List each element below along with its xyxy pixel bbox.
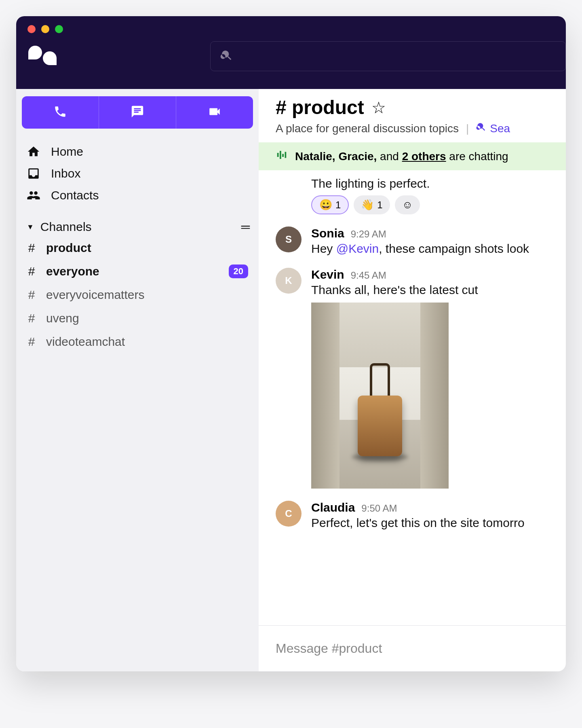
channel-title-row: # product ☆ <box>276 96 566 119</box>
message-time: 9:50 AM <box>361 503 397 514</box>
channel-list: #product#everyone20#everyvoicematters#uv… <box>22 236 253 353</box>
home-icon <box>27 145 40 159</box>
avatar[interactable]: K <box>276 268 302 294</box>
drag-handle-icon[interactable]: ═ <box>241 220 248 234</box>
message-text: The lighting is perfect. <box>311 177 566 190</box>
phone-icon <box>53 105 67 120</box>
mention[interactable]: @Kevin <box>336 242 379 255</box>
reaction-emoji-icon: 👋 <box>361 199 374 211</box>
inbox-icon <box>27 167 40 180</box>
message-time: 9:45 AM <box>351 270 386 281</box>
titlebar <box>16 16 566 89</box>
message-author[interactable]: Sonia <box>311 226 344 240</box>
chat-icon <box>131 105 144 120</box>
avatar[interactable]: S <box>276 226 302 252</box>
message-row: CClaudia9:50 AMPerfect, let's get this o… <box>276 501 566 530</box>
channel-label: product <box>46 241 91 255</box>
avatar[interactable]: C <box>276 501 302 527</box>
channel-videoteamchat[interactable]: #videoteamchat <box>22 330 253 353</box>
message-list[interactable]: The lighting is perfect. 😀1👋1☺ SSonia9:2… <box>259 170 566 625</box>
channel-header: # product ☆ A place for general discussi… <box>259 89 566 142</box>
channel-everyvoicematters[interactable]: #everyvoicematters <box>22 283 253 307</box>
channel-search-link[interactable]: Sea <box>476 122 510 135</box>
app-logo-icon <box>28 44 57 68</box>
topbar <box>16 33 566 71</box>
nav-label: Inbox <box>51 167 80 180</box>
hash-icon: # <box>27 288 36 302</box>
hash-icon: # <box>27 311 36 325</box>
svg-rect-3 <box>285 152 287 158</box>
main-panel: # product ☆ A place for general discussi… <box>259 89 566 671</box>
composer-placeholder: Message #product <box>276 641 382 656</box>
nav-home[interactable]: Home <box>22 141 253 163</box>
hash-icon: # <box>27 265 36 278</box>
app-body: Home Inbox Contacts ▼ Channels ═ #produc… <box>16 89 566 671</box>
nav-label: Home <box>51 145 83 159</box>
reaction-pill[interactable]: 😀1 <box>311 195 349 214</box>
channel-label: everyone <box>46 265 99 278</box>
message-author[interactable]: Kevin <box>311 268 344 281</box>
channel-label: videoteamchat <box>46 335 125 349</box>
contacts-icon <box>27 188 40 202</box>
channels-header-label: Channels <box>40 220 92 234</box>
search-icon <box>476 122 487 135</box>
channel-label: uveng <box>46 311 79 325</box>
nav-contacts[interactable]: Contacts <box>22 184 253 206</box>
maximize-window-button[interactable] <box>55 25 63 33</box>
reaction-count: 1 <box>377 199 382 211</box>
now-chatting-bar[interactable]: Natalie, Gracie, and 2 others are chatti… <box>259 142 566 170</box>
star-icon[interactable]: ☆ <box>371 98 386 117</box>
message-composer[interactable]: Message #product <box>259 625 566 671</box>
search-icon <box>220 49 233 63</box>
svg-rect-0 <box>277 153 279 157</box>
smiley-icon: ☺ <box>402 199 413 211</box>
message-text: Perfect, let's get this on the site tomo… <box>311 516 566 530</box>
add-reaction-button[interactable]: ☺ <box>395 195 420 214</box>
channel-title: # product <box>276 96 364 119</box>
reaction-emoji-icon: 😀 <box>319 199 332 211</box>
sidebar: Home Inbox Contacts ▼ Channels ═ #produc… <box>16 89 259 671</box>
video-button[interactable] <box>176 96 253 129</box>
caret-down-icon: ▼ <box>27 223 34 231</box>
minimize-window-button[interactable] <box>41 25 49 33</box>
channel-product[interactable]: #product <box>22 236 253 260</box>
svg-rect-2 <box>282 154 284 157</box>
audio-bars-icon <box>276 149 288 164</box>
message-time: 9:29 AM <box>351 229 386 240</box>
reaction-bar: 😀1👋1☺ <box>311 195 566 214</box>
global-search-input[interactable] <box>210 41 566 71</box>
nav-label: Contacts <box>51 188 99 202</box>
message-author[interactable]: Claudia <box>311 501 355 514</box>
svg-rect-1 <box>280 151 281 159</box>
message-text: Thanks all, here's the latest cut <box>311 283 566 297</box>
image-attachment[interactable] <box>311 303 449 489</box>
close-window-button[interactable] <box>27 25 36 33</box>
channel-everyone[interactable]: #everyone20 <box>22 260 253 283</box>
divider: | <box>466 122 469 135</box>
nav-inbox[interactable]: Inbox <box>22 163 253 184</box>
channel-uveng[interactable]: #uveng <box>22 307 253 330</box>
app-window: Home Inbox Contacts ▼ Channels ═ #produc… <box>16 16 566 671</box>
message-row: SSonia9:29 AMHey @Kevin, these campaign … <box>276 226 566 256</box>
message-text: Hey @Kevin, these campaign shots look <box>311 242 566 256</box>
message-row: KKevin9:45 AMThanks all, here's the late… <box>276 268 566 489</box>
window-controls <box>16 16 566 33</box>
channel-label: everyvoicematters <box>46 288 144 302</box>
channels-section-header[interactable]: ▼ Channels ═ <box>22 206 253 236</box>
chatting-text: Natalie, Gracie, and 2 others are chatti… <box>295 150 508 163</box>
hash-icon: # <box>27 335 36 349</box>
reaction-pill[interactable]: 👋1 <box>354 195 390 214</box>
video-icon <box>208 105 221 120</box>
call-button[interactable] <box>22 96 99 129</box>
unread-badge: 20 <box>229 265 248 278</box>
reaction-count: 1 <box>335 199 341 211</box>
hash-icon: # <box>27 241 36 255</box>
message-button[interactable] <box>99 96 176 129</box>
channel-search-label: Sea <box>490 122 510 135</box>
channel-subtitle: A place for general discussion topics <box>276 122 459 135</box>
quick-actions <box>22 96 253 129</box>
